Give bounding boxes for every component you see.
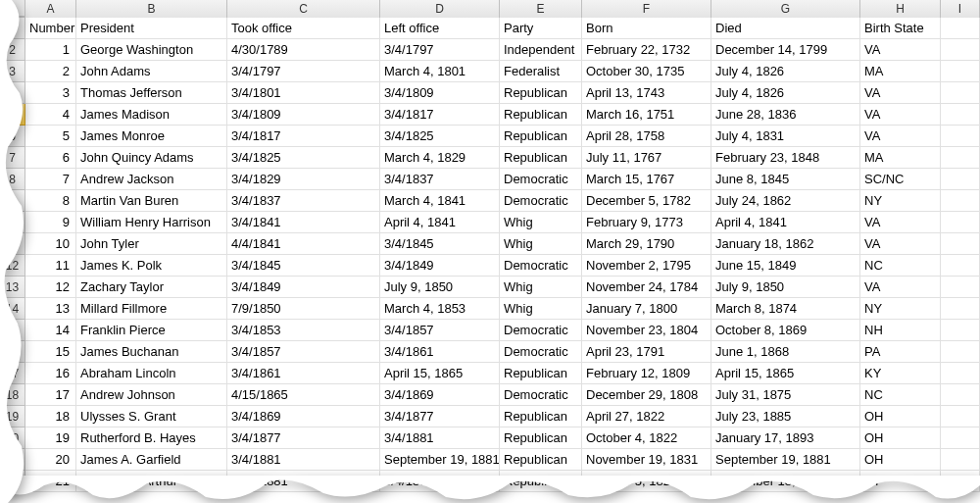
cell[interactable]: 7 xyxy=(25,169,76,190)
cell[interactable]: Andrew Jackson xyxy=(76,169,227,190)
column-header-I[interactable]: I xyxy=(941,0,980,18)
cell[interactable]: 4 xyxy=(25,104,76,126)
row-header[interactable]: 16 xyxy=(0,341,25,363)
row-header[interactable]: 7 xyxy=(0,147,25,169)
cell[interactable]: January 18, 1862 xyxy=(711,233,860,255)
cell[interactable]: Democratic xyxy=(500,190,582,212)
spreadsheet[interactable]: ABCDEFGHI 1NumberPresidentTook officeLef… xyxy=(0,0,980,492)
cell[interactable]: Democratic xyxy=(500,169,582,190)
cell[interactable]: 3/4/1849 xyxy=(380,255,500,277)
cell[interactable] xyxy=(941,471,980,492)
cell[interactable] xyxy=(941,233,980,255)
cell[interactable] xyxy=(941,104,980,126)
cell[interactable]: 3/4/1857 xyxy=(227,341,380,363)
row-header[interactable]: 6 xyxy=(0,126,25,147)
cell[interactable]: Zachary Taylor xyxy=(76,277,227,298)
cell[interactable]: 3/4/1841 xyxy=(227,212,380,233)
cell[interactable]: 9 xyxy=(25,212,76,233)
cell[interactable]: Left office xyxy=(380,18,500,39)
cell[interactable]: July 9, 1850 xyxy=(711,277,860,298)
cell[interactable]: March 16, 1751 xyxy=(582,104,711,126)
cell[interactable]: March 4, 1829 xyxy=(380,147,500,169)
cell[interactable]: November 18, 1886 xyxy=(711,471,860,492)
cell[interactable]: June 28, 1836 xyxy=(711,104,860,126)
cell[interactable]: 12 xyxy=(25,277,76,298)
cell[interactable]: John Quincy Adams xyxy=(76,147,227,169)
cell[interactable]: 3/4/1825 xyxy=(227,147,380,169)
cell[interactable]: VA xyxy=(860,39,941,61)
cell[interactable]: 19 xyxy=(25,428,76,449)
cell[interactable]: VA xyxy=(860,233,941,255)
cell[interactable]: 4/30/1789 xyxy=(227,39,380,61)
cell[interactable] xyxy=(941,82,980,104)
cell[interactable]: December 14, 1799 xyxy=(711,39,860,61)
cell[interactable]: 3/4/1857 xyxy=(380,320,500,341)
cell[interactable]: James A. Garfield xyxy=(76,449,227,471)
cell[interactable]: 3/4/1849 xyxy=(227,277,380,298)
cell[interactable]: 3/4/1809 xyxy=(227,104,380,126)
cell[interactable]: John Tyler xyxy=(76,233,227,255)
cell[interactable]: 21 xyxy=(25,471,76,492)
cell[interactable]: 5 xyxy=(25,126,76,147)
cell[interactable]: 3/4/1817 xyxy=(380,104,500,126)
cell[interactable]: 3/4/1837 xyxy=(227,190,380,212)
cell[interactable]: July 24, 1862 xyxy=(711,190,860,212)
row-header[interactable]: 11 xyxy=(0,233,25,255)
cell[interactable]: James Monroe xyxy=(76,126,227,147)
column-header-H[interactable]: H xyxy=(860,0,941,18)
cell[interactable]: October 30, 1735 xyxy=(582,61,711,82)
cell[interactable]: Born xyxy=(582,18,711,39)
cell[interactable]: April 23, 1791 xyxy=(582,341,711,363)
cell[interactable]: 3/4/1837 xyxy=(380,169,500,190)
cell[interactable]: January 7, 1800 xyxy=(582,298,711,320)
cell[interactable]: William Henry Harrison xyxy=(76,212,227,233)
cell[interactable]: SC/NC xyxy=(860,169,941,190)
cell[interactable]: VA xyxy=(860,212,941,233)
cell[interactable]: March 15, 1767 xyxy=(582,169,711,190)
column-header-G[interactable]: G xyxy=(711,0,860,18)
cell[interactable]: Party xyxy=(500,18,582,39)
cell[interactable]: NH xyxy=(860,320,941,341)
cell[interactable]: Chester A. Arthur xyxy=(76,471,227,492)
cell[interactable]: 10 xyxy=(25,233,76,255)
column-header-B[interactable]: B xyxy=(76,0,227,18)
cell[interactable]: April 15, 1865 xyxy=(711,363,860,384)
cell[interactable]: Democratic xyxy=(500,320,582,341)
cell[interactable] xyxy=(941,320,980,341)
select-all-corner[interactable] xyxy=(0,0,25,17)
cell[interactable]: 14 xyxy=(25,320,76,341)
cell[interactable]: April 4, 1841 xyxy=(380,212,500,233)
cell[interactable]: 3/4/1877 xyxy=(227,428,380,449)
cell[interactable]: Ulysses S. Grant xyxy=(76,406,227,428)
cell[interactable]: Republican xyxy=(500,82,582,104)
cell[interactable]: 17 xyxy=(25,384,76,406)
row-header[interactable]: 8 xyxy=(0,169,25,190)
cell[interactable]: 3/4/1881 xyxy=(227,449,380,471)
cell[interactable]: VA xyxy=(860,82,941,104)
cell[interactable]: President xyxy=(76,18,227,39)
cell[interactable]: September 19, 1881 xyxy=(711,449,860,471)
cell[interactable]: Republican xyxy=(500,449,582,471)
row-header[interactable]: 10 xyxy=(0,212,25,233)
cell[interactable]: 3/4/1797 xyxy=(227,61,380,82)
cell[interactable]: NC xyxy=(860,255,941,277)
cell[interactable]: VA xyxy=(860,277,941,298)
cell[interactable]: VT xyxy=(860,471,941,492)
cell[interactable]: NC xyxy=(860,384,941,406)
cell[interactable]: KY xyxy=(860,363,941,384)
cell[interactable]: December 29, 1808 xyxy=(582,384,711,406)
cell[interactable] xyxy=(941,428,980,449)
cell[interactable]: Democratic xyxy=(500,341,582,363)
cell[interactable]: NY xyxy=(860,298,941,320)
cell[interactable]: VA xyxy=(860,126,941,147)
cell[interactable]: July 4, 1826 xyxy=(711,61,860,82)
row-header[interactable]: 14 xyxy=(0,298,25,320)
cell[interactable]: 3/4/1861 xyxy=(227,363,380,384)
cell[interactable]: April 13, 1743 xyxy=(582,82,711,104)
cell[interactable]: 6 xyxy=(25,147,76,169)
cell[interactable]: July 4, 1826 xyxy=(711,82,860,104)
cell[interactable]: 3/4/1861 xyxy=(380,341,500,363)
column-header-A[interactable]: A xyxy=(25,0,76,18)
cell[interactable]: April 27, 1822 xyxy=(582,406,711,428)
cell[interactable]: Republican xyxy=(500,406,582,428)
